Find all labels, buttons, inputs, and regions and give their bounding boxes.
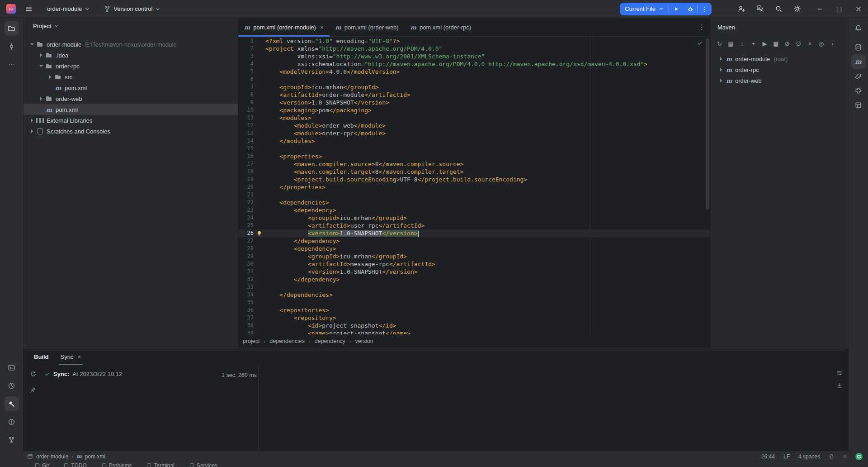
project-panel-header[interactable]: Project (24, 18, 238, 33)
stop-icon[interactable]: × (805, 38, 815, 48)
code-line[interactable]: 37 <repository> (238, 314, 710, 322)
project-folder-icon[interactable] (5, 21, 19, 35)
code-line[interactable]: 27 </dependency> (238, 237, 710, 245)
chevron-right-icon[interactable] (717, 66, 725, 73)
code-line[interactable]: 36 <repositories> (238, 306, 710, 314)
code-line[interactable]: 20 </properties> (238, 183, 710, 191)
debug-button[interactable] (683, 3, 697, 15)
chevron-right-icon[interactable] (28, 128, 36, 135)
tree-item[interactable]: src (24, 71, 238, 82)
git-branch-icon[interactable] (5, 433, 19, 447)
add-maven-project-icon[interactable]: + (748, 38, 759, 48)
tab-options-button[interactable]: ⋮ (693, 18, 710, 36)
soft-wrap-button[interactable] (835, 368, 844, 378)
toolwindow-stripe-services[interactable]: Services (190, 464, 217, 467)
code-line[interactable]: 34 </dependencies> (238, 291, 710, 299)
code-line[interactable]: 23 <dependency> (238, 206, 710, 214)
code-line[interactable]: 14 </modules> (238, 137, 710, 145)
indent-widget[interactable]: 4 spaces (798, 453, 820, 460)
chevron-down-icon[interactable] (37, 62, 45, 70)
translate-button[interactable]: A (754, 3, 766, 15)
scroll-to-end-button[interactable] (835, 381, 844, 391)
intention-bulb-icon[interactable] (256, 230, 262, 236)
code-line[interactable]: 32 </dependency> (238, 276, 710, 283)
code-line[interactable]: 15 (238, 145, 710, 152)
database-icon[interactable] (851, 40, 866, 54)
resync-button[interactable] (28, 369, 38, 379)
run-build-icon[interactable]: ▶ (760, 38, 770, 48)
toolwindow-stripe-git[interactable]: Git (35, 464, 49, 467)
tree-item[interactable]: Scratches and Consoles (24, 126, 238, 137)
minimize-button[interactable] (810, 0, 829, 18)
code-line[interactable]: 29 <groupId>icu.mrhan</groupId> (238, 253, 710, 260)
code-line[interactable]: 7 <groupId>icu.mrhan</groupId> (238, 83, 710, 91)
generate-sources-icon[interactable]: ▤ (726, 38, 736, 48)
sync-result-row[interactable]: Sync: At 2023/3/22 18:12 (44, 371, 122, 377)
code-line[interactable]: 1<?xml version="1.0" encoding="UTF-8"?> (238, 37, 710, 45)
search-everywhere-button[interactable] (772, 3, 785, 15)
toolwindow-stripe-todo[interactable]: TODO (64, 464, 86, 467)
code-line[interactable]: 17 <maven.compiler.source>8</maven.compi… (238, 160, 710, 168)
code-line[interactable]: 9 <version>1.0-SNAPSHOT</version> (238, 99, 710, 106)
code-line[interactable]: 12 <module>order-web</module> (238, 122, 710, 129)
code-line[interactable]: 6 (238, 76, 710, 83)
editor[interactable]: 1<?xml version="1.0" encoding="UTF-8"?>2… (238, 37, 710, 334)
maven-tree-item[interactable]: morder-module(root) (711, 53, 848, 64)
profiler-icon[interactable] (5, 378, 19, 393)
code-line[interactable]: 11 <modules> (238, 114, 710, 122)
close-icon[interactable]: × (320, 24, 324, 31)
settings-button[interactable] (791, 3, 803, 15)
build-icon[interactable] (5, 396, 19, 411)
code-line[interactable]: 33 (238, 283, 710, 291)
breadcrumb-item[interactable]: project (243, 338, 260, 344)
pin-button[interactable] (28, 385, 38, 395)
readonly-toggle[interactable] (829, 453, 835, 459)
tree-item[interactable]: order-rpc (24, 61, 238, 71)
main-menu-button[interactable] (22, 3, 35, 15)
project-widget[interactable]: order-module (43, 3, 94, 15)
caret-position-widget[interactable]: 26:44 (761, 453, 775, 460)
editor-tab[interactable]: mpom.xml (order-web) (330, 18, 405, 36)
more-icon[interactable]: › (827, 38, 838, 48)
close-icon[interactable]: × (77, 353, 81, 360)
maven-tree-item[interactable]: morder-rpc (711, 64, 848, 75)
code-line[interactable]: 8 <artifactId>order-module</artifactId> (238, 91, 710, 99)
reload-maven-icon[interactable]: ↻ (714, 38, 725, 48)
commit-icon[interactable] (5, 39, 19, 53)
vcs-widget[interactable]: Version control (99, 3, 165, 15)
toolwindow-stripe-terminal[interactable]: Terminal (147, 464, 174, 467)
gradle-icon[interactable] (851, 69, 866, 83)
tab-sync[interactable]: Sync × (61, 348, 81, 365)
run-button[interactable] (669, 3, 683, 15)
breadcrumb-item[interactable]: version (355, 338, 373, 344)
notifications-icon[interactable] (851, 21, 866, 35)
chevron-down-icon[interactable] (28, 41, 36, 48)
code-line[interactable]: 21 (238, 191, 710, 199)
code-line[interactable]: 26 <version>1.0-SNAPSHOT</version> (238, 229, 710, 237)
more-run-options-button[interactable]: ⋮ (698, 3, 712, 15)
problems-icon[interactable] (5, 415, 19, 429)
code-line[interactable]: 38 <id>project-snapshot</id> (238, 322, 710, 329)
toolwindow-stripe-problems[interactable]: Problems (102, 464, 132, 467)
code-line[interactable]: 35 (238, 299, 710, 306)
code-line[interactable]: 24 <groupId>icu.mrhan</groupId> (238, 214, 710, 222)
code-line[interactable]: 4 xsi:schemaLocation="http://maven.apach… (238, 60, 710, 68)
tree-item[interactable]: External Libraries (24, 115, 238, 126)
run-config-selector[interactable]: Current File (620, 3, 669, 15)
skip-tests-icon[interactable]: ∅ (793, 38, 804, 48)
code-line[interactable]: 30 <artifactId>message-rpc</artifactId> (238, 260, 710, 268)
terminal-icon[interactable] (5, 360, 19, 375)
code-line[interactable]: 19 <project.build.sourceEncoding>UTF-8</… (238, 176, 710, 183)
chevron-right-icon[interactable] (28, 117, 36, 124)
artifacts-icon[interactable] (851, 98, 866, 112)
statusbar-breadcrumb[interactable]: order-module › m pom.xml (27, 453, 105, 460)
code-line[interactable]: 16 <properties> (238, 152, 710, 160)
toggle-offline-icon[interactable]: ⊘ (782, 38, 793, 48)
code-line[interactable]: 2<project xmlns="http://maven.apache.org… (238, 45, 710, 52)
tree-item[interactable]: mpom.xml (24, 104, 238, 115)
code-line[interactable]: 18 <maven.compiler.target>8</maven.compi… (238, 168, 710, 176)
tree-item[interactable]: order-web (24, 93, 238, 104)
maximize-button[interactable] (829, 0, 849, 18)
more-icon[interactable]: ⋯ (5, 57, 19, 71)
grammar-plugin-icon[interactable]: G (855, 453, 863, 460)
